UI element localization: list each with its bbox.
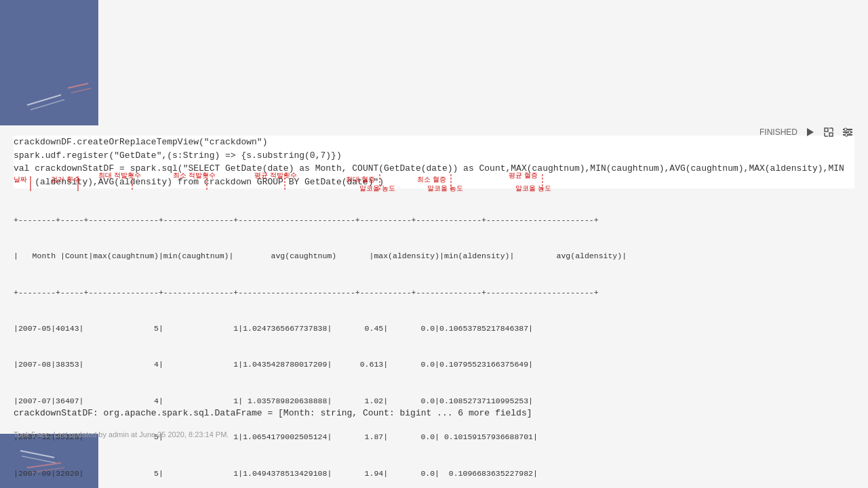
took-info: Took 5 sec. Last updated by admin at Jun… [14, 430, 229, 439]
finished-badge: FINISHED [760, 127, 797, 137]
svg-line-2 [68, 83, 88, 88]
code-block: crackdownDF.createOrReplaceTempView("cra… [14, 136, 854, 188]
top-decoration [0, 0, 98, 125]
top-decoration-svg [7, 64, 95, 119]
svg-marker-8 [807, 128, 814, 136]
svg-point-20 [845, 134, 848, 136]
svg-point-19 [848, 131, 851, 134]
svg-rect-10 [829, 133, 833, 136]
code-line-1: crackdownDF.createOrReplaceTempView("cra… [14, 136, 854, 149]
table-row-3: |2007-07|36407| 4| 1| 1.035789820638888|… [14, 395, 854, 407]
svg-line-3 [71, 88, 92, 93]
svg-line-0 [27, 95, 61, 105]
svg-rect-9 [825, 128, 828, 131]
table-top-sep: +--------+-----+---------------+--------… [14, 214, 854, 226]
table-row-5: |2007-09|32020| 5| 1|1.0494378513429108|… [14, 468, 854, 480]
result-info: crackdownStatDF: org.apache.spark.sql.Da… [14, 408, 532, 418]
toolbar: FINISHED [760, 125, 854, 139]
svg-point-18 [844, 128, 847, 131]
settings-button[interactable] [841, 125, 854, 139]
code-line-2: spark.udf.register("GetDate",(s:String) … [14, 149, 854, 163]
run-button[interactable] [803, 125, 816, 139]
code-line-4: (aldensity),AVG(aldensity) from crackdow… [14, 176, 854, 189]
code-line-3: val crackdownStatDF = spark.sql("SELECT … [14, 162, 854, 176]
table-output: +--------+-----+---------------+--------… [14, 190, 854, 488]
table-header-row: | Month |Count|max(caughtnum)|min(caught… [14, 250, 854, 262]
table-mid-sep: +--------+-----+---------------+--------… [14, 287, 854, 299]
expand-button[interactable] [822, 125, 835, 139]
table-row-2: |2007-08|38353| 4| 1|1.0435428780017209|… [14, 359, 854, 371]
svg-line-1 [31, 100, 64, 110]
table-row-1: |2007-05|40143| 5| 1|1.0247365667737838|… [14, 323, 854, 335]
